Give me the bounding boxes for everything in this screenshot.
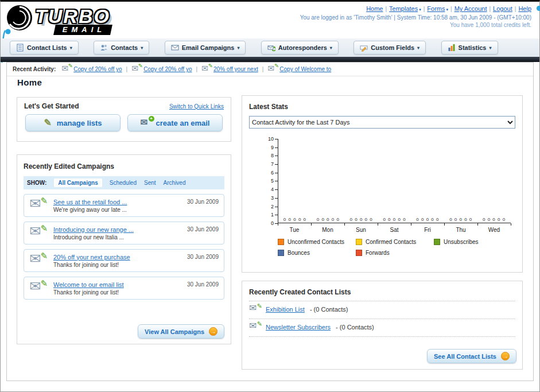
content-frame: Recent Activity: ✉✎ Copy of 20% off yo |… [6,62,534,381]
contact-list-link[interactable]: Newsletter Subscribers [266,324,331,331]
lets-get-started-panel: Let's Get Started Switch to Quick Links … [17,97,231,142]
tab-contacts[interactable]: Contacts ▾ [94,41,149,55]
view-all-campaigns-button[interactable]: View All Campaigns → [138,324,224,339]
legend-swatch-confirmed [356,239,362,245]
campaign-list-item: ✉✎ 20% off your next purchase Thanks for… [24,249,224,272]
chart-legend: Unconfirmed Contacts Confirmed Contacts … [278,239,515,256]
see-all-contact-lists-button[interactable]: See All Contact Lists → [427,349,516,363]
campaign-title-link[interactable]: Welcome to our email list [53,281,124,288]
recent-activity-item: ✉✎ Copy of Welcome to [267,66,331,73]
list-edit-icon: ✉✎ [249,305,261,313]
envelope-edit-icon: ✉✎ [29,254,46,267]
top-nav-templates[interactable]: Templates▾ [389,5,421,12]
manage-lists-button[interactable]: ✎ manage lists [25,114,121,131]
recent-activity-link[interactable]: Copy of 20% off yo [143,66,192,72]
envelope-edit-icon: ✉✎ [29,227,46,239]
campaign-subtitle: We're giving away our late ... [53,207,127,213]
legend-swatch-unconfirmed [278,239,284,245]
envelope-edit-icon: ✉✎ [61,66,71,73]
chart-plot-area: 0 0 0 0 0 0 0 0 0 0 0 0 0 0 0 0 0 0 0 0 … [278,139,511,223]
top-nav-logout[interactable]: Logout [493,5,512,12]
contact-list-count: - (0 Contacts) [310,306,348,313]
stats-period-select[interactable]: Contact Activity for the Last 7 Days [249,116,515,129]
recent-activity-item: ✉✎ 20% off your next [201,66,258,73]
chevron-down-icon: ▾ [419,7,421,12]
contacts-icon [100,44,108,52]
arrow-right-icon: → [501,352,510,360]
separator: | [385,6,387,12]
campaign-date: 30 Jun 2009 [187,281,219,288]
switch-to-quick-links-link[interactable]: Switch to Quick Links [169,103,224,110]
recent-activity-link[interactable]: Copy of 20% off yo [73,66,122,72]
legend-item: Unconfirmed Contacts [278,239,356,245]
filter-scheduled[interactable]: Scheduled [110,180,137,186]
top-nav-forms[interactable]: Forms▾ [427,5,448,12]
envelope-edit-icon: ✉✎ [201,66,211,73]
envelope-edit-icon: ✉✎ [267,66,277,73]
filter-all-campaigns[interactable]: All Campaigns [54,178,102,187]
top-nav-home[interactable]: Home [366,5,383,12]
chevron-down-icon: ▾ [446,7,449,12]
tab-contact-lists[interactable]: Contact Lists ▾ [10,41,79,55]
arrow-right-icon: → [209,327,217,336]
separator: | [126,66,128,72]
chevron-down-icon: ▾ [141,45,143,51]
campaigns-filter-bar: SHOW: All Campaigns Scheduled Sent Archi… [24,176,224,189]
tab-label: Contact Lists [27,44,67,51]
tab-autoresponders[interactable]: Autoresponders ▾ [261,41,339,55]
filter-sent[interactable]: Sent [144,180,156,186]
contact-list-link[interactable]: Exhibition List [266,306,305,313]
campaign-date: 30 Jun 2009 [187,199,219,205]
contact-lists-icon [16,44,24,52]
recent-activity-item: ✉✎ Copy of 20% off yo [61,66,122,73]
login-info: You are logged in as 'Timothy Smith' | S… [300,14,531,21]
campaign-title-link[interactable]: Introducing our new range ... [53,226,134,233]
campaign-list-item: ✉✎ Welcome to our email list Thanks for … [24,277,224,300]
recently-edited-campaigns-panel: Recently Edited Campaigns SHOW: All Camp… [17,154,231,344]
filter-archived[interactable]: Archived [164,180,186,186]
top-nav: Home|Templates▾|Forms▾|My Account|Logout… [300,5,531,12]
tab-label: Autoresponders [278,44,327,51]
create-email-button[interactable]: ✉+ create an email [127,114,223,131]
campaign-subtitle: Thanks for joining our list! [53,262,130,268]
top-nav-my-account[interactable]: My Account [454,5,487,12]
statistics-icon [448,44,456,52]
campaign-title-link[interactable]: See us at the retail food ... [53,199,127,205]
legend-item: Unsubscribes [434,239,512,245]
tab-statistics[interactable]: Statistics ▾ [441,41,498,55]
contact-list-item: ✉✎ Newsletter Subscribers - (0 Contacts) [249,319,515,332]
logo-turbo-text: TURBO [35,5,110,27]
campaigns-title: Recently Edited Campaigns [24,162,114,170]
recent-activity-bar: Recent Activity: ✉✎ Copy of 20% off yo |… [7,63,533,76]
divider [249,336,515,337]
turbo-email-logo[interactable]: TURBO EMAIL [4,3,111,35]
recent-activity-link[interactable]: 20% off your next [213,66,258,72]
chevron-down-icon: ▾ [237,45,239,51]
separator: | [262,66,264,72]
latest-stats-panel: Latest Stats Contact Activity for the La… [242,95,523,273]
top-nav-help[interactable]: Help [518,5,531,12]
corner-dot-decoration [537,6,540,11]
campaign-date: 30 Jun 2009 [187,254,219,260]
legend-swatch-bounces [278,250,284,256]
envelope-edit-icon: ✉✎ [29,199,46,212]
campaign-title-link[interactable]: 20% off your next purchase [53,254,130,261]
logo-email-text: EMAIL [53,25,112,35]
tab-email-campaigns[interactable]: Email Campaigns ▾ [165,41,246,55]
tab-custom-fields[interactable]: Custom Fields ▾ [353,41,426,55]
pencil-icon: ✎ [44,118,51,127]
recent-activity-link[interactable]: Copy of Welcome to [279,66,331,72]
view-all-campaigns-label: View All Campaigns [145,328,204,335]
separator: | [450,6,452,12]
email-campaigns-icon [171,44,179,52]
get-started-title: Let's Get Started [24,102,79,110]
envelope-edit-icon: ✉✎ [29,282,46,294]
separator: | [196,66,197,72]
chevron-down-icon: ▾ [417,45,419,51]
main-nav: Contact Lists ▾ Contacts ▾ Email Campaig… [1,38,539,57]
contact-list-item: ✉✎ Exhibition List - (0 Contacts) [249,301,515,315]
contact-activity-chart: 10 9 8 7 6 5 4 3 2 1 0 0 0 0 0 0 0 0 0 0… [249,135,515,234]
legend-swatch-forwards [356,250,362,256]
nav-divider-bar [1,57,539,62]
legend-item: Confirmed Contacts [356,239,434,245]
